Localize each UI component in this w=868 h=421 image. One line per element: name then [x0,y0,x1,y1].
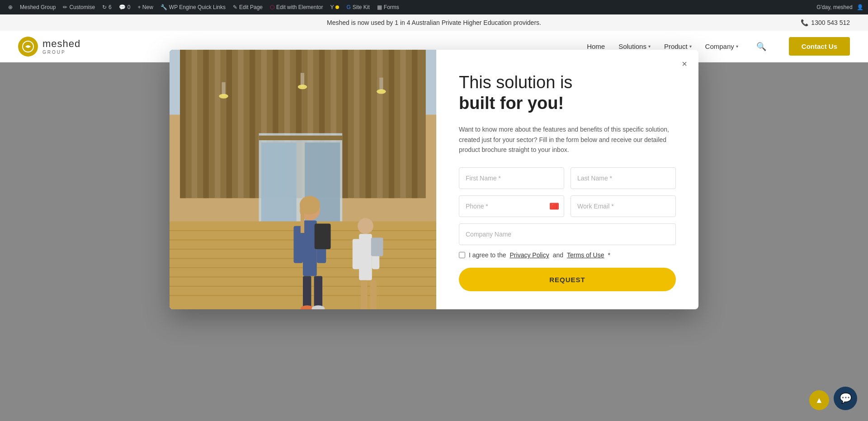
admin-bar-new[interactable]: + New [134,0,156,14]
site-label: Meshed Group [20,4,56,10]
contact-row: 🟥 [459,195,676,217]
svg-rect-20 [365,50,371,198]
updates-icon: ↻ [102,4,107,10]
logo-icon [18,37,38,57]
nav-company[interactable]: Company ▾ [705,43,738,50]
edit-icon: ✎ [233,4,237,10]
last-name-input[interactable] [571,167,676,189]
svg-rect-28 [259,136,343,140]
svg-rect-46 [359,234,372,280]
terms-row: I agree to the Privacy Policy and Terms … [459,251,676,259]
admin-bar-sitekit[interactable]: G Site Kit [343,0,373,14]
logo-text: meshed GROUP [42,38,80,55]
scroll-up-icon: ▲ [815,396,823,405]
brand-name: meshed [42,38,80,50]
svg-rect-55 [370,280,377,310]
svg-rect-51 [314,276,322,309]
admin-bar-yoast[interactable]: Y [326,0,343,14]
terms-checkbox[interactable] [459,252,465,258]
svg-rect-44 [301,205,304,233]
first-name-input[interactable] [459,167,564,189]
nav-product[interactable]: Product ▾ [664,43,692,50]
forms-icon: ▦ [377,4,382,10]
work-email-field [571,195,676,217]
required-star: * [608,251,610,259]
admin-bar-edit[interactable]: ✎ Edit Page [229,0,266,14]
svg-rect-9 [238,50,243,198]
wpengine-icon: 🔧 [160,4,167,10]
svg-point-57 [219,94,228,98]
modal-dialog: × This solution is built for you! Want t… [170,50,698,309]
svg-point-61 [377,89,386,94]
admin-bar-forms[interactable]: ▦ Forms [373,0,403,14]
modal-title-bold: built for you! [459,93,676,114]
scroll-to-top-button[interactable]: ▲ [809,390,829,410]
solutions-chevron: ▾ [648,44,651,49]
modal-title: This solution is built for you! [459,72,676,114]
yoast-status-dot [335,5,339,9]
notification-message: Meshed is now used by 1 in 4 Australian … [327,19,541,26]
admin-bar-wp[interactable]: ⊕ [5,0,16,14]
svg-rect-6 [203,50,208,198]
phone-flag-icon: 🟥 [550,203,559,210]
modal-title-light: This solution is [459,73,572,92]
svg-rect-47 [353,239,360,269]
elementor-icon: ⬡ [270,4,274,10]
modal-image [170,50,436,309]
svg-point-45 [358,218,373,234]
svg-rect-42 [315,224,331,249]
modal-content: × This solution is built for you! Want t… [436,50,698,309]
admin-bar-site[interactable]: Meshed Group [16,0,59,14]
search-button[interactable]: 🔍 [756,42,766,52]
phone-input[interactable] [459,195,564,217]
admin-bar-wpengine[interactable]: 🔧 WP Engine Quick Links [157,0,229,14]
svg-rect-8 [226,50,232,198]
comments-icon: 💬 [119,4,126,10]
product-chevron: ▾ [689,44,692,49]
privacy-policy-link[interactable]: Privacy Policy [510,251,549,259]
contact-form: 🟥 I agree to the Privacy Policy and Term… [459,167,676,291]
chat-widget[interactable]: 💬 [834,387,857,410]
svg-rect-26 [261,142,297,226]
terms-of-use-link[interactable]: Terms of Use [567,251,604,259]
work-email-input[interactable] [571,195,676,217]
last-name-field [571,167,676,189]
admin-bar-updates[interactable]: ↻ 6 [99,0,115,14]
phone-number: 1300 543 512 [811,19,850,26]
company-row [459,223,676,245]
modal-close-button[interactable]: × [678,57,691,71]
nav-home[interactable]: Home [587,43,605,50]
modal-description: Want to know more about the features and… [459,124,676,155]
logo[interactable]: meshed GROUP [18,37,80,57]
terms-text: I agree to the [469,251,506,259]
sitekit-icon: G [346,4,350,10]
admin-bar-elementor[interactable]: ⬡ Edit with Elementor [266,0,326,14]
svg-rect-22 [389,50,394,198]
name-row [459,167,676,189]
nav-solutions[interactable]: Solutions ▾ [618,43,651,50]
svg-rect-24 [412,50,417,198]
svg-rect-5 [192,50,197,198]
svg-rect-49 [371,237,383,256]
svg-rect-4 [180,50,185,198]
request-submit-button[interactable]: REQUEST [459,268,676,291]
svg-rect-54 [361,280,367,310]
phone-field: 🟥 [459,195,564,217]
chat-icon: 💬 [840,393,852,404]
company-chevron: ▾ [736,44,738,49]
yoast-icon: Y [330,4,334,10]
svg-point-59 [298,85,307,89]
notification-phone[interactable]: 📞 1300 543 512 [801,19,850,26]
contact-us-button[interactable]: Contact Us [789,37,850,56]
terms-and: and [553,251,563,259]
svg-rect-18 [342,50,348,198]
phone-icon: 📞 [801,19,808,26]
wordpress-icon: ⊕ [8,4,13,10]
svg-rect-10 [250,50,255,198]
admin-bar-comments[interactable]: 💬 0 [115,0,134,14]
admin-bar-customise[interactable]: ✏ Customise [59,0,99,14]
admin-greeting: G'day, meshed 👤 [816,4,863,10]
svg-rect-50 [303,276,311,309]
company-name-input[interactable] [459,223,676,245]
customise-icon: ✏ [63,4,67,10]
